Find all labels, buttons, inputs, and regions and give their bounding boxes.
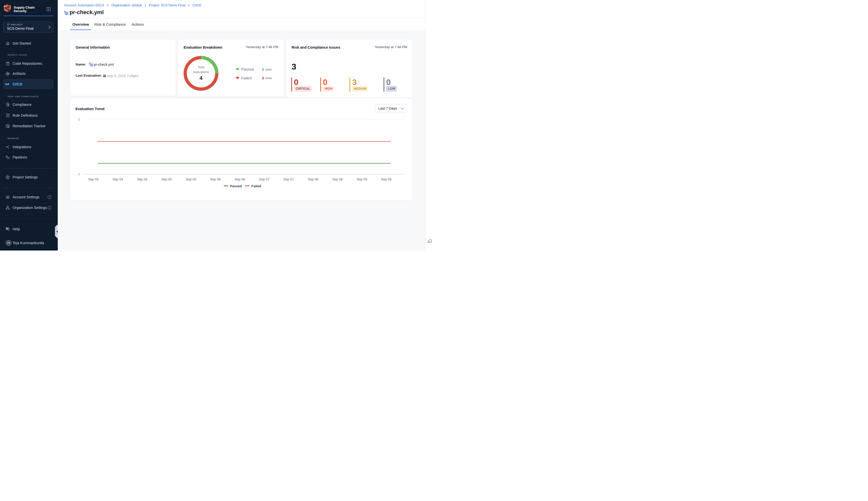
svg-text:Sep 04: Sep 04	[137, 178, 147, 181]
svg-text:Sep 08: Sep 08	[332, 178, 343, 181]
svg-text:Sep 03: Sep 03	[88, 178, 98, 181]
svg-text:Failed: Failed	[251, 184, 261, 188]
svg-text:0: 0	[78, 173, 80, 176]
svg-text:Sep 06: Sep 06	[210, 178, 220, 181]
svg-text:Sep 09: Sep 09	[381, 178, 391, 181]
svg-text:Sep 07: Sep 07	[259, 178, 269, 181]
svg-text:Sep 04: Sep 04	[113, 178, 123, 181]
svg-text:Sep 06: Sep 06	[234, 178, 245, 181]
svg-text:Sep 09: Sep 09	[357, 178, 367, 181]
svg-text:Sep 07: Sep 07	[283, 178, 294, 181]
svg-text:Sep 08: Sep 08	[308, 178, 318, 181]
svg-text:5: 5	[78, 118, 80, 121]
svg-text:4: 4	[199, 75, 202, 81]
svg-text:Passed: Passed	[230, 184, 242, 188]
svg-text:Sep 05: Sep 05	[161, 178, 172, 181]
svg-text:evaluations: evaluations	[193, 70, 209, 74]
svg-text:Sep 05: Sep 05	[186, 178, 196, 181]
svg-text:Total: Total	[198, 65, 204, 69]
svg-text:?: ?	[7, 227, 8, 229]
